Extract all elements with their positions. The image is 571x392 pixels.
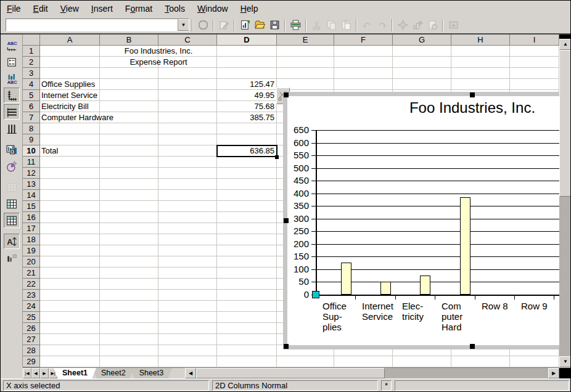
row-header-7[interactable]: 7: [23, 112, 40, 123]
sheet-tab-sheet3[interactable]: Sheet3: [131, 368, 173, 379]
row-header-20[interactable]: 20: [23, 256, 40, 267]
y-axis-label[interactable]: 0: [284, 290, 309, 300]
y-axis-label[interactable]: 550: [284, 150, 309, 160]
menu-help[interactable]: Help: [234, 2, 265, 15]
y-axis-label[interactable]: 600: [284, 138, 309, 148]
column-header-D[interactable]: D: [217, 35, 277, 46]
row-header-3[interactable]: 3: [23, 68, 40, 79]
expense-value[interactable]: 125.47: [217, 79, 274, 90]
column-header-C[interactable]: C: [158, 35, 217, 46]
expense-label[interactable]: Office Supplies: [41, 79, 152, 90]
x-axis-category-label[interactable]: Row 8: [482, 301, 515, 311]
y-axis-label[interactable]: 250: [284, 226, 309, 236]
sheet-tab-sheet1[interactable]: Sheet1: [54, 368, 96, 379]
row-header-2[interactable]: 2: [23, 57, 40, 68]
row-header-24[interactable]: 24: [23, 301, 40, 312]
chart-bar[interactable]: [341, 263, 351, 295]
chart-bar[interactable]: [380, 282, 391, 295]
row-header-19[interactable]: 19: [23, 245, 40, 256]
chart-bar[interactable]: [420, 276, 430, 295]
horizontal-scrollbar[interactable]: ◀ ▶: [185, 367, 559, 379]
next-sheet-icon[interactable]: ▶: [40, 368, 49, 378]
total-label[interactable]: Total: [41, 145, 152, 157]
column-header-E[interactable]: E: [277, 35, 334, 46]
scale-text-icon[interactable]: A: [4, 234, 20, 249]
menu-format[interactable]: Format: [119, 2, 158, 15]
chart-resize-handle[interactable]: [284, 92, 289, 97]
scroll-left-icon[interactable]: ◀: [185, 368, 196, 378]
open-icon[interactable]: [253, 18, 266, 32]
menu-window[interactable]: Window: [191, 2, 234, 15]
row-header-5[interactable]: 5: [23, 90, 40, 101]
first-sheet-icon[interactable]: |◀: [23, 368, 31, 378]
y-axis-label[interactable]: 450: [284, 176, 309, 186]
chart-resize-handle[interactable]: [284, 344, 289, 349]
cell-reference-input[interactable]: [6, 19, 178, 31]
column-header-A[interactable]: A: [40, 35, 100, 46]
x-axis-category-label[interactable]: Row 9: [521, 301, 554, 311]
cell-b1-company-title[interactable]: Foo Industries, Inc.: [100, 46, 217, 57]
y-axis-label[interactable]: 200: [284, 239, 309, 249]
row-header-15[interactable]: 15: [23, 201, 40, 212]
x-axis-selection-handle[interactable]: [312, 291, 319, 298]
chart-title[interactable]: Foo Industries, Inc.: [283, 99, 559, 116]
row-header-8[interactable]: 8: [23, 123, 40, 134]
scroll-down-icon[interactable]: ▼: [559, 356, 571, 367]
select-all-corner[interactable]: [23, 35, 40, 46]
print-icon[interactable]: [289, 18, 302, 32]
expense-label[interactable]: Computer Hardware: [41, 112, 152, 123]
row-header-18[interactable]: 18: [23, 234, 40, 245]
vertical-scrollbar[interactable]: ▲ ▼: [559, 35, 571, 367]
row-header-9[interactable]: 9: [23, 134, 40, 145]
chart-bar[interactable]: [460, 197, 470, 295]
x-axis[interactable]: [316, 295, 559, 296]
chart-object[interactable]: Foo Industries, Inc. 0501001502002503003…: [283, 92, 559, 349]
menu-view[interactable]: View: [54, 2, 85, 15]
y-axis-label[interactable]: 400: [284, 189, 309, 198]
y-axis-label[interactable]: 50: [284, 277, 309, 287]
row-header-12[interactable]: 12: [23, 168, 40, 179]
expense-label[interactable]: Internet Service: [41, 90, 152, 101]
expense-value[interactable]: 49.95: [217, 90, 274, 101]
y-axis-label[interactable]: 350: [284, 201, 309, 211]
row-header-29[interactable]: 29: [23, 356, 40, 367]
column-header-B[interactable]: B: [100, 35, 158, 46]
axes-title-on-off-icon[interactable]: ABC: [4, 71, 20, 86]
menu-edit[interactable]: Edit: [27, 2, 54, 15]
row-header-27[interactable]: 27: [23, 334, 40, 345]
row-header-25[interactable]: 25: [23, 312, 40, 323]
vertical-split-handle[interactable]: [559, 35, 571, 39]
menu-insert[interactable]: Insert: [85, 2, 119, 15]
axes-on-off-icon[interactable]: [4, 88, 20, 103]
cell-b2-report-title[interactable]: Expense Report: [100, 57, 217, 68]
expense-value[interactable]: 75.68: [217, 101, 274, 112]
vertical-scroll-thumb[interactable]: [559, 50, 571, 197]
scroll-right-icon[interactable]: ▶: [548, 368, 559, 378]
column-header-I[interactable]: I: [510, 35, 559, 46]
chart-resize-handle[interactable]: [284, 218, 289, 223]
column-header-F[interactable]: F: [334, 35, 393, 46]
combo-dropdown-icon[interactable]: ▼: [178, 19, 189, 31]
chart-resize-handle[interactable]: [470, 92, 475, 97]
save-icon[interactable]: [268, 18, 281, 32]
row-header-1[interactable]: 1: [23, 46, 40, 57]
row-header-16[interactable]: 16: [23, 212, 40, 223]
data-in-columns-icon[interactable]: [4, 213, 20, 228]
x-axis-category-label[interactable]: OfficeSup-plies: [322, 301, 356, 332]
horizontal-split-handle[interactable]: [559, 368, 571, 378]
y-axis-label[interactable]: 500: [284, 163, 309, 173]
chart-resize-handle[interactable]: [470, 344, 475, 349]
y-axis-label[interactable]: 650: [284, 125, 309, 135]
row-header-14[interactable]: 14: [23, 190, 40, 201]
previous-sheet-icon[interactable]: ◀: [31, 368, 40, 378]
menu-tools[interactable]: Tools: [158, 2, 191, 15]
x-axis-category-label[interactable]: Elec-tricity: [402, 301, 435, 322]
x-axis-category-label[interactable]: InternetService: [362, 301, 395, 322]
y-axis-label[interactable]: 150: [284, 251, 309, 261]
row-header-11[interactable]: 11: [23, 157, 40, 168]
row-header-13[interactable]: 13: [23, 179, 40, 190]
sheet-tab-sheet2[interactable]: Sheet2: [92, 368, 134, 379]
horizontal-scroll-thumb[interactable]: [196, 368, 385, 378]
legend-on-off-icon[interactable]: [4, 54, 20, 70]
y-axis[interactable]: [316, 130, 317, 296]
